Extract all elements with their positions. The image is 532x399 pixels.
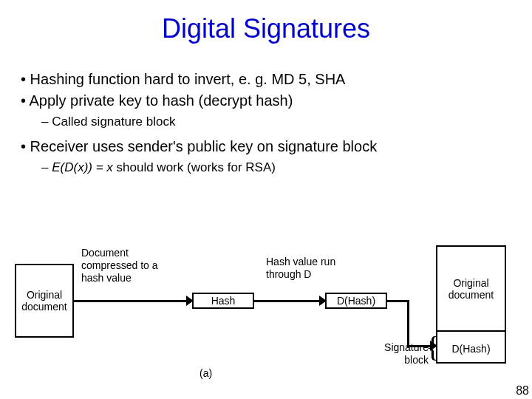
- arrow-line: [254, 300, 324, 302]
- output-dhash-cell: D(Hash): [437, 332, 505, 365]
- bullet-item: Apply private key to hash (decrypt hash): [21, 91, 532, 111]
- hash-box: Hash: [192, 293, 254, 309]
- signature-block-label: Signature block: [377, 341, 429, 366]
- slide-title: Digital Signatures: [0, 13, 532, 44]
- bullet-text: Called signature block: [52, 115, 175, 129]
- original-document-box: Original document: [15, 264, 74, 338]
- bullet-subitem: E(D(x)) = x should work (works for RSA): [41, 160, 532, 177]
- brace-icon: {: [426, 332, 440, 362]
- hash-run-label: Hash value run through D: [266, 256, 355, 281]
- page-number: 88: [516, 384, 529, 398]
- output-orig-cell: Original document: [437, 247, 505, 332]
- arrow-line: [387, 300, 409, 302]
- bullet-list: Hashing function hard to invert, e. g. M…: [21, 69, 532, 177]
- bullet-text: Hashing function hard to invert, e. g. M…: [30, 71, 346, 87]
- bullet-text: Apply private key to hash (decrypt hash): [29, 92, 293, 109]
- bullet-item: Receiver uses sender's public key on sig…: [21, 137, 532, 157]
- dhash-box: D(Hash): [325, 293, 387, 309]
- compress-label: Document compressed to a hash value: [81, 247, 177, 284]
- output-document-box: Original document D(Hash): [436, 245, 506, 364]
- bullet-text: Receiver uses sender's public key on sig…: [30, 138, 378, 154]
- arrow-line: [74, 300, 191, 302]
- formula-text: E(D(x)) = x: [52, 160, 113, 174]
- signature-diagram: Original document Document compressed to…: [15, 245, 517, 386]
- bullet-subitem: Called signature block: [41, 114, 532, 131]
- bullet-item: Hashing function hard to invert, e. g. M…: [21, 69, 532, 89]
- bullet-text: should work (works for RSA): [113, 160, 276, 174]
- caption-a: (a): [200, 367, 222, 380]
- arrow-line: [407, 300, 409, 347]
